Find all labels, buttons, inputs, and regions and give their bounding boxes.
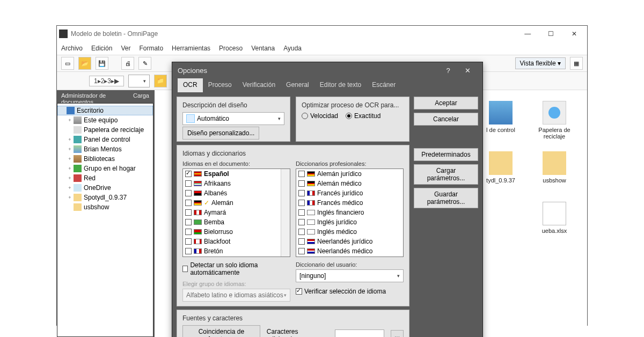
item-checkbox[interactable] [185,219,192,225]
radio-exactitud[interactable]: Exactitud [346,112,380,120]
tab-editor[interactable]: Editor de texto [314,78,367,92]
open-icon[interactable]: 📂 [78,57,91,70]
list-item[interactable]: Neerlandés médico [296,246,403,256]
save-icon[interactable]: 💾 [96,57,108,70]
menu-proceso[interactable]: Proceso [219,45,243,52]
list-item[interactable]: Inglés médico [296,227,403,237]
print-icon[interactable]: 🖨 [121,57,134,70]
cancel-button[interactable]: Cancelar [414,113,478,126]
item-checkbox[interactable] [298,229,305,235]
tree-item[interactable]: +Spotydl_0.9.37 [57,193,153,202]
tree-toggle-icon[interactable]: + [67,166,72,171]
item-checkbox[interactable] [298,200,305,206]
menu-edicion[interactable]: Edición [91,45,112,52]
font-match-button[interactable]: Coincidencia de fuentes... [182,325,260,337]
dictionaries-listbox[interactable]: Alemán jurídicoAlemán médicoFrancés jurí… [296,169,404,257]
tree-toggle-icon[interactable]: + [67,118,72,123]
item-checkbox[interactable] [298,180,305,187]
tree-toggle-icon[interactable]: + [67,195,72,200]
list-item[interactable]: Alemán jurídico [296,169,403,179]
radio-velocidad[interactable]: Velocidad [302,112,338,120]
tool-x-icon[interactable]: ▦ [570,57,583,70]
tab-escaner[interactable]: Escáner [367,78,401,92]
tab-administrador[interactable]: Administrador de documentos [57,90,129,103]
item-checkbox[interactable] [298,171,305,177]
tab-carga[interactable]: Carga [129,90,153,103]
tool-icon[interactable]: ✎ [138,57,151,70]
save-params-button[interactable]: Guardar parámetros... [414,188,478,208]
list-item[interactable]: Afrikaans [183,179,290,188]
tree-item[interactable]: +Brian Mentos [57,144,153,154]
item-checkbox[interactable] [185,200,192,206]
defaults-button[interactable]: Predeterminados [414,148,478,161]
item-checkbox[interactable] [185,209,192,216]
folder-tree[interactable]: Escritorio+Este equipoPapelera de recicl… [57,103,153,337]
dialog-close-button[interactable]: ✕ [458,67,477,75]
close-button[interactable]: ✕ [564,26,585,41]
desktop-item[interactable]: l de control [477,101,525,149]
item-checkbox[interactable] [298,238,305,245]
item-checkbox[interactable] [298,219,305,225]
list-item[interactable]: Inglés financiero [296,208,403,217]
list-item[interactable]: Alemán médico [296,179,403,188]
list-item[interactable]: Francés jurídico [296,188,403,198]
custom-design-button[interactable]: Diseño personalizado... [182,127,259,140]
dialog-help-button[interactable]: ? [438,67,458,75]
desktop-item[interactable]: ueba.xlsx [530,202,579,250]
tree-toggle-icon[interactable]: + [67,185,72,191]
list-item[interactable]: Aymará [183,208,290,217]
minimize-button[interactable]: — [517,26,538,41]
tree-item[interactable]: usbshow [57,202,153,212]
menu-archivo[interactable]: Archivo [61,45,83,52]
tab-ocr[interactable]: OCR [178,78,203,92]
load-params-button[interactable]: Cargar parámetros... [414,164,478,185]
menu-ventana[interactable]: Ventana [251,45,275,52]
verify-lang-checkbox[interactable] [296,288,302,295]
list-item[interactable]: Francés médico [296,198,403,208]
menu-ver[interactable]: Ver [121,45,130,52]
user-dict-combo[interactable]: [ninguno]▾ [296,269,404,282]
desktop-item[interactable]: Papelera de reciclaje [530,101,579,149]
tab-general[interactable]: General [281,78,314,92]
tree-item[interactable]: Papelera de reciclaje [57,125,153,135]
list-item[interactable]: Bretón [183,246,290,256]
workflow-steps[interactable]: 1▸2▸3▸▶ [89,76,124,86]
extra-chars-browse[interactable]: ... [391,330,404,337]
item-checkbox[interactable] [185,190,192,196]
item-checkbox[interactable] [298,248,305,254]
accept-button[interactable]: Aceptar [414,97,478,109]
tree-toggle-icon[interactable]: + [67,175,72,181]
item-checkbox[interactable] [185,248,192,254]
tree-toggle-icon[interactable]: + [67,146,72,152]
menu-formato[interactable]: Formato [139,45,163,52]
auto-detect-checkbox[interactable] [182,266,188,272]
new-icon[interactable]: ▭ [61,57,74,70]
list-item[interactable]: Bielorruso [183,227,290,237]
languages-listbox[interactable]: EspañolAfrikaansAlbanés✓AlemánAymaráBemb… [182,169,290,257]
tab-proceso[interactable]: Proceso [203,78,237,92]
vista-flexible-dropdown[interactable]: Vista flexible ▾ [515,57,566,69]
list-item[interactable]: Neerlandés jurídico [296,237,403,246]
list-item[interactable]: Bemba [183,217,290,227]
tree-item[interactable]: +Este equipo [57,115,153,125]
tree-item[interactable]: +OneDrive [57,183,153,193]
tree-item[interactable]: +Red [57,173,153,183]
item-checkbox[interactable] [185,180,192,187]
tree-toggle-icon[interactable]: + [67,156,72,162]
list-item[interactable]: Español [183,169,290,179]
tree-toggle-icon[interactable]: + [67,137,72,142]
tree-item[interactable]: +Grupo en el hogar [57,164,153,173]
item-checkbox[interactable] [185,229,192,235]
list-item[interactable]: Albanés [183,188,290,198]
item-checkbox[interactable] [298,190,305,196]
item-checkbox[interactable] [298,209,305,216]
desktop-item[interactable]: usbshow [530,151,579,200]
extra-chars-input[interactable] [335,329,384,337]
item-checkbox[interactable] [185,238,192,245]
list-item[interactable]: ✓Alemán [183,198,290,208]
maximize-button[interactable]: ☐ [540,26,562,41]
page-combo[interactable]: ▾ [128,75,150,87]
tree-item[interactable]: +Panel de control [57,135,153,144]
tree-item[interactable]: +Bibliotecas [57,154,153,164]
desktop-item[interactable]: tydl_0.9.37 [477,151,525,200]
